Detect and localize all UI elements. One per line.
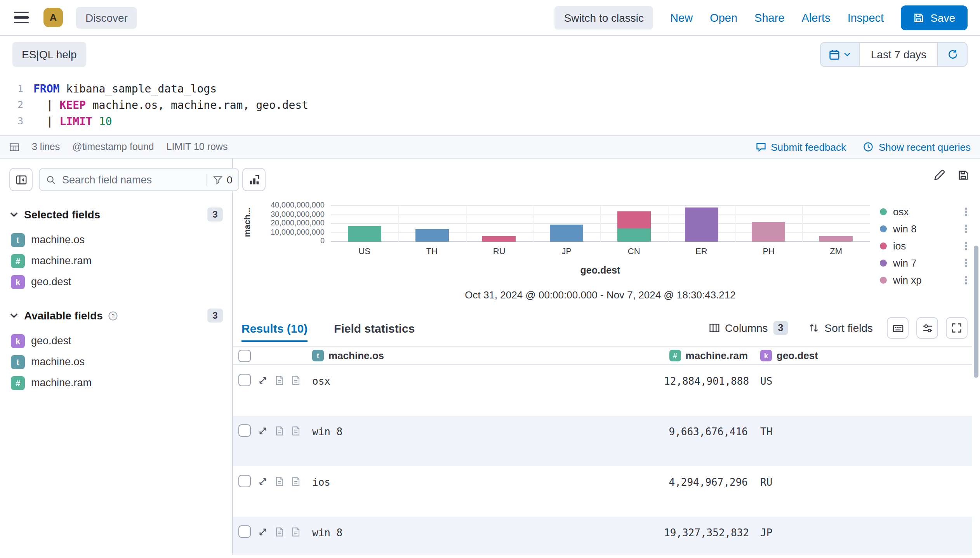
- display-options-button[interactable]: [916, 317, 938, 339]
- breadcrumb-discover[interactable]: Discover: [76, 7, 137, 28]
- inspect-document-icon[interactable]: [291, 476, 301, 487]
- bar-PH-win xp[interactable]: [752, 223, 785, 242]
- bar-ZM-win xp[interactable]: [819, 236, 853, 242]
- save-button[interactable]: Save: [901, 5, 968, 30]
- header-link-alerts[interactable]: Alerts: [802, 11, 831, 24]
- available-fields-header[interactable]: Available fields ? 3: [9, 309, 223, 323]
- view-document-icon[interactable]: [275, 527, 284, 537]
- field-item-geo.dest[interactable]: kgeo.dest: [9, 330, 223, 351]
- selected-fields-header[interactable]: Selected fields 3: [9, 208, 223, 221]
- cell-machine-os: ios: [311, 466, 664, 517]
- field-item-geo.dest[interactable]: kgeo.dest: [9, 271, 223, 292]
- header-link-open[interactable]: Open: [710, 11, 737, 24]
- inspect-document-icon[interactable]: [291, 527, 301, 537]
- row-checkbox[interactable]: [238, 424, 251, 437]
- bar-ER-win 7[interactable]: [685, 207, 718, 242]
- legend-item-win xp[interactable]: win xp: [880, 275, 967, 285]
- columns-button[interactable]: Columns 3: [702, 317, 794, 339]
- menu-icon[interactable]: [12, 9, 30, 26]
- header-link-inspect[interactable]: Inspect: [848, 11, 884, 24]
- results-tabs: Results (10) Field statistics: [242, 321, 415, 342]
- bar-JP-win 8[interactable]: [550, 225, 583, 242]
- refresh-button[interactable]: [937, 43, 967, 66]
- field-item-machine.ram[interactable]: #machine.ram: [9, 250, 223, 271]
- search-field-names-input[interactable]: [61, 173, 201, 186]
- column-header-machine-ram[interactable]: #machine.ram: [664, 350, 756, 361]
- collapse-sidebar-button[interactable]: [9, 168, 33, 191]
- editor-footer: 3 lines @timestamp found LIMIT 10 rows S…: [0, 135, 980, 159]
- header-link-new[interactable]: New: [670, 11, 693, 24]
- tab-results[interactable]: Results (10): [242, 321, 308, 342]
- svg-text:?: ?: [112, 312, 115, 319]
- legend-actions-icon[interactable]: [965, 225, 967, 233]
- chart-legend: osxwin 8ioswin 7win xp: [880, 207, 967, 285]
- esql-help-button[interactable]: ES|QL help: [12, 42, 86, 67]
- row-checkbox[interactable]: [238, 374, 251, 386]
- time-range-button[interactable]: Last 7 days: [860, 43, 937, 66]
- keyboard-shortcuts-button[interactable]: [887, 317, 909, 339]
- selected-fields-list: tmachine.os#machine.ramkgeo.dest: [9, 229, 223, 292]
- legend-actions-icon[interactable]: [965, 259, 967, 267]
- expand-row-icon[interactable]: [258, 476, 268, 487]
- edit-visualization-button[interactable]: [933, 169, 945, 181]
- legend-actions-icon[interactable]: [965, 208, 967, 216]
- select-all-checkbox[interactable]: [238, 349, 251, 362]
- row-checkbox[interactable]: [238, 525, 251, 538]
- quick-select-date-button[interactable]: [821, 43, 860, 66]
- code-line[interactable]: 2 | KEEP machine.os, machine.ram, geo.de…: [0, 96, 980, 113]
- field-item-machine.os[interactable]: tmachine.os: [9, 351, 223, 372]
- code-line[interactable]: 3 | LIMIT 10: [0, 113, 980, 129]
- expand-row-icon[interactable]: [258, 426, 268, 436]
- sort-fields-button[interactable]: Sort fields: [802, 317, 879, 339]
- help-icon[interactable]: ?: [108, 310, 118, 321]
- fullscreen-icon: [951, 323, 962, 333]
- submit-feedback-link[interactable]: Submit feedback: [755, 141, 846, 153]
- inspect-document-icon[interactable]: [291, 426, 301, 436]
- bar-CN-osx[interactable]: [617, 228, 651, 242]
- sort-icon: [808, 323, 819, 333]
- table-icon: [9, 142, 19, 152]
- save-visualization-button[interactable]: [957, 169, 969, 181]
- chart-actions: [933, 169, 969, 181]
- chart-type-picker-button[interactable]: [242, 168, 266, 191]
- bar-CN-ios[interactable]: [617, 211, 651, 228]
- scrollbar-thumb[interactable]: [974, 246, 978, 378]
- legend-color-dot: [880, 242, 887, 249]
- field-filter-button[interactable]: 0: [206, 174, 232, 185]
- switch-to-classic-button[interactable]: Switch to classic: [555, 6, 653, 29]
- view-document-icon[interactable]: [275, 426, 284, 436]
- chart-xticks: USTHRUJPCNERPHZM: [331, 246, 870, 257]
- legend-label: win 7: [893, 257, 917, 269]
- row-checkbox[interactable]: [238, 475, 251, 487]
- esql-editor[interactable]: 1FROM kibana_sample_data_logs2 | KEEP ma…: [0, 73, 980, 135]
- legend-item-ios[interactable]: ios: [880, 241, 967, 251]
- view-document-icon[interactable]: [275, 375, 284, 385]
- space-avatar[interactable]: A: [43, 8, 63, 27]
- column-header-geo-dest[interactable]: kgeo.dest: [756, 350, 972, 361]
- legend-item-win 8[interactable]: win 8: [880, 224, 967, 234]
- field-name: machine.os: [31, 356, 85, 368]
- view-document-icon[interactable]: [275, 476, 284, 487]
- row-controls: [233, 416, 311, 466]
- column-header-machine-os[interactable]: tmachine.os: [311, 350, 664, 361]
- bar-US-osx[interactable]: [348, 227, 381, 242]
- header-link-share[interactable]: Share: [754, 11, 784, 24]
- bar-TH-win 8[interactable]: [415, 229, 448, 242]
- save-button-label: Save: [930, 11, 955, 24]
- vertical-scrollbar[interactable]: [974, 159, 978, 555]
- fullscreen-button[interactable]: [946, 317, 968, 339]
- expand-row-icon[interactable]: [258, 527, 268, 537]
- field-item-machine.ram[interactable]: #machine.ram: [9, 372, 223, 393]
- legend-actions-icon[interactable]: [965, 242, 967, 250]
- legend-actions-icon[interactable]: [965, 276, 967, 284]
- show-recent-queries-link[interactable]: Show recent queries: [863, 141, 971, 153]
- field-item-machine.os[interactable]: tmachine.os: [9, 229, 223, 250]
- tab-field-statistics[interactable]: Field statistics: [334, 321, 415, 342]
- column-header-label: machine.os: [328, 350, 384, 361]
- code-line[interactable]: 1FROM kibana_sample_data_logs: [0, 80, 980, 96]
- legend-item-osx[interactable]: osx: [880, 207, 967, 217]
- legend-item-win 7[interactable]: win 7: [880, 258, 967, 268]
- inspect-document-icon[interactable]: [291, 375, 301, 385]
- bar-RU-ios[interactable]: [483, 236, 516, 242]
- expand-row-icon[interactable]: [258, 375, 268, 385]
